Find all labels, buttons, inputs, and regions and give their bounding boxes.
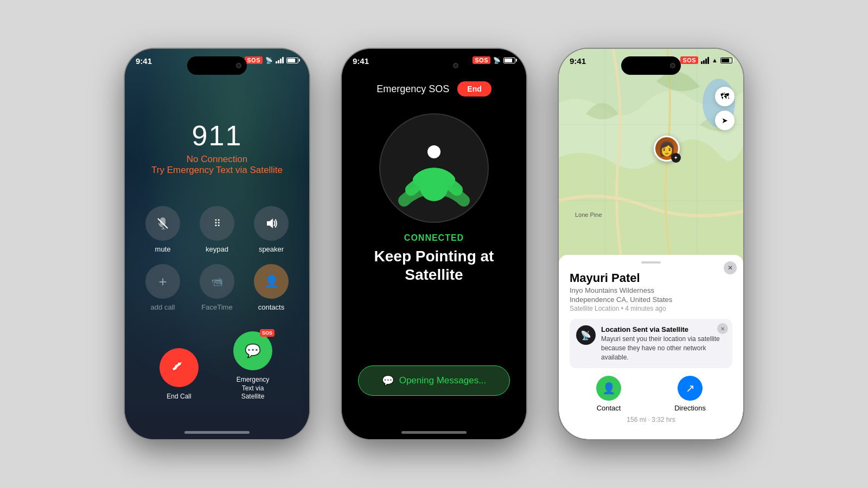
sos-badge-3: SOS xyxy=(680,56,698,64)
sheet-handle xyxy=(641,261,661,264)
facetime-button[interactable]: 📹 FaceTime xyxy=(195,264,239,311)
speaker-button[interactable]: speaker xyxy=(250,206,293,253)
time-ago: 4 minutes ago xyxy=(625,305,666,312)
speaker-label: speaker xyxy=(259,245,284,253)
contacts-button[interactable]: 👤 contacts xyxy=(250,264,293,311)
status-time-1: 9:41 xyxy=(136,56,152,66)
add-call-button[interactable]: + add call xyxy=(141,264,184,311)
mute-label: mute xyxy=(155,245,171,253)
emergency-sos-icon: 💬 SOS xyxy=(233,331,272,370)
contact-label: Contact xyxy=(597,404,621,412)
close-sheet-button[interactable]: ✕ xyxy=(724,261,737,274)
keypad-button[interactable]: ⠿ keypad xyxy=(195,206,239,253)
directions-label: Directions xyxy=(674,404,706,412)
mute-icon-circle xyxy=(145,206,180,241)
sos-badge-2: SOS xyxy=(473,56,490,64)
directions-arrow-icon: ↗ xyxy=(686,382,695,395)
add-call-label: add call xyxy=(151,303,175,311)
opening-messages-button[interactable]: 💬 Opening Messages... xyxy=(358,365,510,396)
signal-bars-3 xyxy=(701,57,709,64)
directions-action[interactable]: ↗ Directions xyxy=(674,376,706,412)
svg-point-3 xyxy=(427,145,441,158)
contact-icon-circle: 👤 xyxy=(596,376,621,401)
iphone-1: 9:41 SOS 📡 911 No Connection Try Emergen… xyxy=(125,49,309,439)
location-bottom-sheet: ✕ Mayuri Patel Inyo Mountains Wilderness… xyxy=(559,255,743,439)
home-indicator-2 xyxy=(401,431,467,434)
facetime-label: FaceTime xyxy=(201,303,232,311)
end-call-icon xyxy=(159,348,199,387)
map-location-button[interactable]: ➤ xyxy=(715,111,735,130)
svg-marker-1 xyxy=(267,219,273,228)
connected-status: CONNECTED Keep Pointing atSatellite xyxy=(342,233,526,284)
signal-bar-3 xyxy=(280,59,282,63)
contact-action[interactable]: 👤 Contact xyxy=(596,376,621,412)
emergency-text-via-satellite-button[interactable]: 💬 SOS Emergency Text via Satellite xyxy=(231,331,275,401)
directions-distance: 156 mi · 3:32 hrs xyxy=(627,416,675,423)
signal-svg xyxy=(374,108,494,228)
satellite-icon-1: 📡 xyxy=(265,57,273,64)
directions-icon-circle: ↗ xyxy=(678,376,703,401)
emergency-text-label: Emergency Text via Satellite xyxy=(231,376,275,401)
map-area[interactable]: Lone Pine 9:41 SOS ▲ xyxy=(559,49,743,277)
mute-icon xyxy=(156,217,169,230)
signal-bar-1 xyxy=(276,61,277,63)
contacts-icon-circle: 👤 xyxy=(254,264,289,299)
satellite-prompt-text: Try Emergency Text via Satellite xyxy=(125,165,309,176)
sb2 xyxy=(703,60,705,64)
end-button[interactable]: End xyxy=(457,81,491,97)
call-number-display: 911 No Connection Try Emergency Text via… xyxy=(125,119,309,176)
speaker-icon-circle xyxy=(254,206,289,241)
signal-bar-2 xyxy=(278,60,279,63)
iphone-3: Lone Pine 9:41 SOS ▲ xyxy=(559,49,743,439)
notif-description: Mayuri sent you their location via satel… xyxy=(601,335,726,362)
call-action-buttons: End Call 💬 SOS Emergency Text via Satell… xyxy=(125,331,309,401)
satellite-notif-icon: 📡 xyxy=(580,330,591,341)
notif-content: Location Sent via Satellite Mayuri sent … xyxy=(601,325,726,362)
notif-title: Location Sent via Satellite xyxy=(601,325,726,333)
user-location-pin[interactable]: 👩 ✦ xyxy=(654,136,680,162)
signal-bar-4 xyxy=(282,57,284,63)
emergency-sos-badge: SOS xyxy=(260,329,275,337)
call-buttons-grid: mute ⠿ keypad speaker + add call 📹 FaceT… xyxy=(125,206,309,311)
person-area: Inyo Mountains Wilderness xyxy=(570,286,732,294)
home-indicator-1 xyxy=(184,431,250,434)
emergency-sos-title: Emergency SOS xyxy=(376,84,449,95)
iphone-2: 9:41 SOS 📡 Emergency SOS End xyxy=(342,49,526,439)
signal-bars-1 xyxy=(276,57,284,63)
camera-dot-1 xyxy=(236,63,241,68)
mute-button[interactable]: mute xyxy=(141,206,184,253)
map-layers-button[interactable]: 🗺 xyxy=(715,87,735,106)
person-city: Independence CA, United States xyxy=(570,296,732,304)
speaker-icon xyxy=(264,217,278,230)
notif-satellite-icon: 📡 xyxy=(576,325,596,345)
no-connection-text: No Connection xyxy=(125,154,309,165)
emergency-sos-header: Emergency SOS End xyxy=(342,81,526,97)
person-location-type-time: Satellite Location • 4 minutes ago xyxy=(570,305,732,312)
satellite-signal-visual xyxy=(374,108,494,228)
connected-label: CONNECTED xyxy=(342,233,526,243)
dynamic-island-2 xyxy=(404,56,464,75)
facetime-icon-circle: 📹 xyxy=(200,264,234,299)
sb3 xyxy=(705,59,707,64)
person-name: Mayuri Patel xyxy=(570,271,732,285)
camera-dot-2 xyxy=(453,63,458,68)
end-call-label: End Call xyxy=(167,393,191,401)
end-call-button[interactable]: End Call xyxy=(159,348,199,401)
opening-messages-label: Opening Messages... xyxy=(399,375,487,386)
satellite-icon-2: 📡 xyxy=(493,57,501,64)
sb1 xyxy=(701,61,703,64)
status-time-3: 9:41 xyxy=(570,56,586,66)
message-icon: 💬 xyxy=(245,343,261,358)
sb4 xyxy=(707,57,709,64)
status-icons-3: SOS ▲ xyxy=(680,56,732,64)
status-icons-1: SOS 📡 xyxy=(245,56,298,64)
svg-text:Lone Pine: Lone Pine xyxy=(575,211,602,218)
camera-dot-3 xyxy=(670,63,675,68)
location-type: Satellite Location xyxy=(570,305,619,312)
notif-close-button[interactable]: ✕ xyxy=(717,323,728,334)
sos-badge-1: SOS xyxy=(245,56,263,64)
message-bubble-icon: 💬 xyxy=(382,375,394,387)
battery-2 xyxy=(503,57,515,63)
keypad-icon-circle: ⠿ xyxy=(200,206,234,241)
phone-end-icon xyxy=(171,360,187,375)
